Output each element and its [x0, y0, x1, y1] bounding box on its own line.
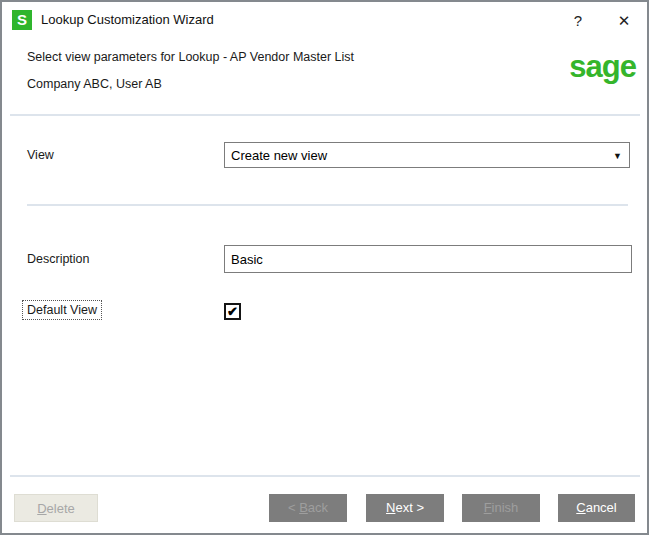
finish-button[interactable]: Finish	[462, 494, 540, 522]
button-label-part: inish	[492, 500, 519, 515]
button-label-accel: B	[299, 500, 308, 515]
button-label-part: <	[288, 500, 299, 515]
cancel-button[interactable]: Cancel	[558, 494, 635, 522]
button-label-accel: C	[576, 500, 585, 515]
button-label-part: ack	[308, 500, 328, 515]
delete-button[interactable]: Delete	[14, 494, 98, 522]
button-label-accel: D	[37, 501, 46, 516]
view-dropdown[interactable]: Create new view ▼	[224, 142, 630, 168]
chevron-down-icon[interactable]: ▼	[613, 150, 622, 162]
divider	[27, 204, 628, 206]
lookup-customization-wizard-dialog: S Lookup Customization Wizard ? ✕ Select…	[0, 0, 649, 535]
title-bar: S Lookup Customization Wizard ? ✕	[2, 2, 647, 40]
window-title: Lookup Customization Wizard	[41, 12, 214, 27]
button-label-part: elete	[47, 501, 75, 516]
sage-app-icon: S	[12, 10, 32, 30]
default-view-label[interactable]: Default View	[23, 301, 101, 319]
view-label: View	[27, 148, 54, 162]
help-button[interactable]: ?	[565, 8, 591, 34]
button-label-part: ext >	[395, 500, 424, 515]
next-button[interactable]: Next >	[366, 494, 444, 522]
header-company-user-line: Company ABC, User AB	[27, 77, 162, 91]
close-icon[interactable]: ✕	[611, 8, 637, 34]
divider	[10, 475, 640, 477]
description-label: Description	[27, 252, 90, 266]
sage-logo: sage	[569, 50, 636, 84]
button-label-accel: F	[484, 500, 492, 515]
view-dropdown-value: Create new view	[231, 148, 327, 163]
button-label-accel: N	[386, 500, 395, 515]
header-description-line: Select view parameters for Lookup - AP V…	[27, 50, 354, 64]
back-button[interactable]: < Back	[269, 494, 347, 522]
description-input[interactable]	[224, 245, 632, 273]
button-label-part: ancel	[586, 500, 617, 515]
checkmark-icon: ✔	[227, 304, 238, 319]
default-view-checkbox[interactable]: ✔	[224, 303, 241, 320]
divider	[10, 114, 640, 116]
